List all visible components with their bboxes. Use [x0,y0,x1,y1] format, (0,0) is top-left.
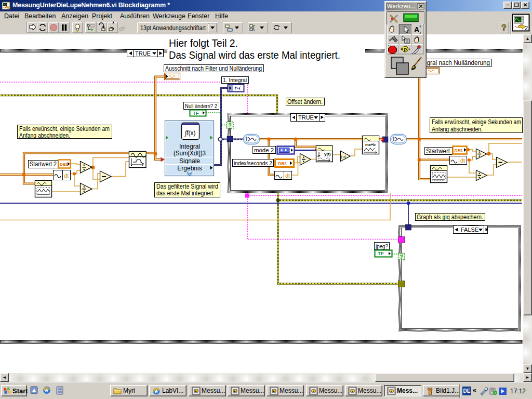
svg-text:Startwert 2: Startwert 2 [30,161,57,168]
svg-text:∫f(x): ∫f(x) [184,129,196,137]
svg-text:Startwert: Startwert [426,148,450,155]
svg-text:dt: dt [285,172,290,179]
svg-text:Null ändern? 2: Null ändern? 2 [185,103,217,109]
svg-text:FALSE: FALSE [461,227,478,233]
svg-text:Anfang abschneiden.: Anfang abschneiden. [19,132,70,139]
svg-text:Das gefilterte Signal wird: Das gefilterte Signal wird [156,183,218,190]
svg-text:Anfang abschneiden.: Anfang abschneiden. [432,126,483,133]
svg-text:Ergebnis: Ergebnis [177,165,202,172]
svg-text:jpeg?: jpeg? [375,243,388,249]
svg-text:Falls erwünscht, einige Sekund: Falls erwünscht, einige Sekunden am [19,125,110,132]
svg-text:dt: dt [460,157,465,164]
svg-text:Das Signal wird das erste Mal: Das Signal wird das erste Mal integriert… [169,49,340,61]
svg-text:index/seconds 2: index/seconds 2 [234,160,272,166]
svg-text:y(t): y(t) [324,152,331,156]
svg-text:Ausschnitt nach Filter und Nul: Ausschnitt nach Filter und Nulländerung [165,65,262,72]
svg-text:A: A [414,25,419,34]
svg-text:das erste Mal integriert: das erste Mal integriert [156,190,214,197]
svg-text:e: e [45,387,48,393]
svg-text:DBL: DBL [60,162,69,167]
svg-text:Graph als jpg abspeichern.: Graph als jpg abspeichern. [417,214,483,221]
svg-text:Integral nach Nulländerung: Integral nach Nulländerung [417,59,490,66]
svg-text:TF: TF [378,250,384,256]
svg-text:DBL: DBL [278,161,288,166]
svg-text:1. Integral: 1. Integral [223,77,247,83]
svg-text:dt: dt [64,172,69,179]
svg-text:(Sum[Xdt])3: (Sum[Xdt])3 [174,150,206,157]
svg-text:TRUE: TRUE [298,114,314,121]
svg-text:Hier folgt Teil 2.: Hier folgt Teil 2. [169,37,238,49]
svg-text:e: e [155,389,158,394]
svg-text:mx+b: mx+b [365,142,376,147]
svg-text:Werkzeu...: Werkzeu... [387,3,415,9]
svg-text:2: 2 [525,25,528,31]
svg-text:?: ? [400,254,403,260]
svg-text:Signale: Signale [179,157,200,165]
svg-text:(-x): (-x) [341,155,347,159]
svg-text:Falls erwünscht, einige Sekund: Falls erwünscht, einige Sekunden am [432,118,521,126]
svg-text:13pt Anwendungsschriftart: 13pt Anwendungsschriftart [140,24,206,32]
svg-text:TF: TF [193,110,199,116]
svg-text:mode 2: mode 2 [254,147,274,153]
svg-text:Offset ändern.: Offset ändern. [287,98,323,105]
svg-text:?: ? [229,123,232,128]
svg-text:TRUE: TRUE [135,50,151,57]
svg-text:P: P [404,47,407,52]
svg-text:?: ? [501,23,507,32]
svg-text:DBL: DBL [455,148,463,153]
svg-text:Integral: Integral [179,143,200,150]
